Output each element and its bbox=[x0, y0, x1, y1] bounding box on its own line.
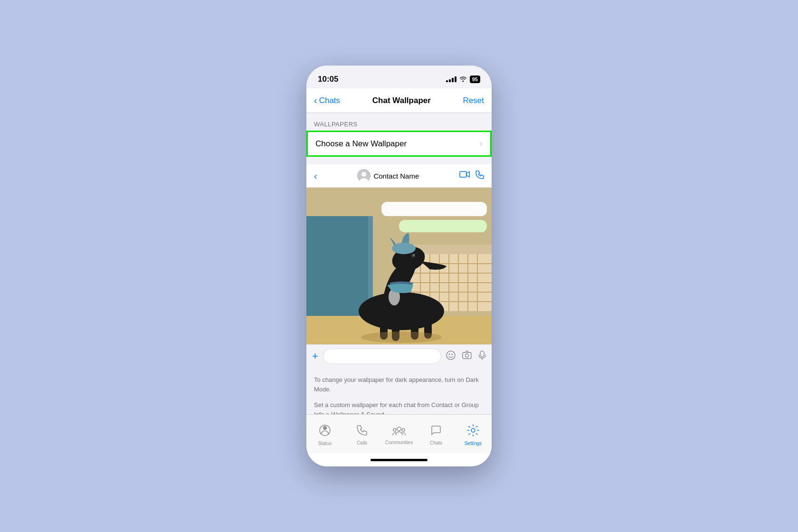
battery-badge: 95 bbox=[470, 76, 480, 83]
svg-point-34 bbox=[449, 353, 450, 355]
tab-communities-label: Communities bbox=[385, 440, 413, 445]
wifi-icon bbox=[459, 76, 467, 83]
svg-point-26 bbox=[392, 243, 416, 254]
svg-point-33 bbox=[446, 351, 455, 360]
settings-icon bbox=[467, 424, 479, 439]
main-content: WALLPAPERS Choose a New Wallpaper › ‹ bbox=[306, 113, 492, 414]
sticker-icon bbox=[446, 351, 456, 362]
tab-chats-label: Chats bbox=[430, 440, 442, 446]
svg-point-42 bbox=[397, 427, 401, 431]
chat-bubbles bbox=[306, 197, 492, 237]
wallpapers-section-label: WALLPAPERS bbox=[306, 113, 492, 131]
tab-status[interactable]: Status bbox=[306, 424, 343, 446]
chat-actions bbox=[459, 171, 484, 181]
tab-bar: Status Calls Communities bbox=[306, 414, 492, 453]
chat-plus-icon: + bbox=[312, 350, 318, 362]
page-title: Chat Wallpaper bbox=[372, 96, 431, 105]
tab-calls[interactable]: Calls bbox=[343, 425, 380, 446]
status-icon bbox=[319, 424, 331, 439]
camera-icon bbox=[462, 351, 472, 362]
contact-name: Contact Name bbox=[373, 172, 419, 180]
contact-avatar bbox=[357, 169, 370, 182]
svg-point-25 bbox=[413, 254, 415, 256]
svg-rect-36 bbox=[463, 352, 471, 359]
chats-icon bbox=[430, 425, 442, 439]
received-bubble bbox=[381, 202, 487, 216]
signal-icon bbox=[446, 76, 456, 82]
nav-bar: ‹ Chats Chat Wallpaper Reset bbox=[306, 88, 492, 113]
chat-back-icon: ‹ bbox=[314, 171, 317, 181]
mic-icon bbox=[478, 351, 486, 362]
chat-input-icons bbox=[446, 351, 486, 362]
contact-info: Contact Name bbox=[357, 169, 419, 182]
sent-bubble bbox=[399, 220, 487, 232]
svg-rect-3 bbox=[460, 171, 466, 177]
phone-frame: 10:05 95 ‹ Chats bbox=[306, 66, 492, 466]
chat-input-bar: + bbox=[306, 344, 492, 368]
preview-section: ‹ Contact Name bbox=[306, 164, 492, 368]
svg-point-35 bbox=[452, 353, 453, 355]
svg-point-45 bbox=[471, 428, 475, 432]
svg-point-37 bbox=[466, 354, 469, 357]
back-button[interactable]: ‹ Chats bbox=[314, 95, 340, 106]
choose-wallpaper-label: Choose a New Wallpaper bbox=[315, 139, 407, 149]
status-icons: 95 bbox=[446, 76, 480, 83]
video-call-icon bbox=[459, 171, 470, 181]
tab-calls-label: Calls bbox=[357, 440, 367, 446]
choose-wallpaper-row[interactable]: Choose a New Wallpaper › bbox=[306, 131, 492, 157]
reset-button[interactable]: Reset bbox=[463, 96, 484, 105]
tab-settings-label: Settings bbox=[465, 441, 482, 446]
tab-communities[interactable]: Communities bbox=[380, 425, 418, 445]
status-bar: 10:05 95 bbox=[306, 66, 492, 88]
communities-icon bbox=[392, 425, 406, 438]
calls-icon bbox=[356, 425, 368, 439]
chat-wallpaper-area bbox=[306, 188, 492, 344]
chevron-right-icon: › bbox=[480, 139, 483, 149]
home-bar bbox=[370, 459, 428, 461]
chat-input-field[interactable] bbox=[323, 349, 441, 364]
tab-status-label: Status bbox=[318, 441, 332, 446]
tab-settings[interactable]: Settings bbox=[455, 424, 492, 446]
description-line1: To change your wallpaper for dark appear… bbox=[314, 375, 484, 394]
back-chevron-icon: ‹ bbox=[314, 95, 317, 106]
description-section: To change your wallpaper for dark appear… bbox=[306, 368, 492, 414]
svg-point-43 bbox=[393, 428, 396, 431]
tab-chats[interactable]: Chats bbox=[418, 425, 455, 446]
phone-call-icon bbox=[475, 171, 484, 181]
back-label: Chats bbox=[319, 96, 340, 105]
svg-point-32 bbox=[361, 332, 442, 343]
home-indicator bbox=[306, 453, 492, 466]
status-time: 10:05 bbox=[318, 75, 338, 84]
svg-point-44 bbox=[402, 428, 405, 431]
description-line2: Set a custom wallpaper for each chat fro… bbox=[314, 400, 484, 414]
chat-preview-header: ‹ Contact Name bbox=[306, 164, 492, 188]
svg-point-1 bbox=[361, 172, 366, 177]
svg-point-41 bbox=[323, 426, 327, 430]
svg-rect-38 bbox=[480, 351, 484, 357]
